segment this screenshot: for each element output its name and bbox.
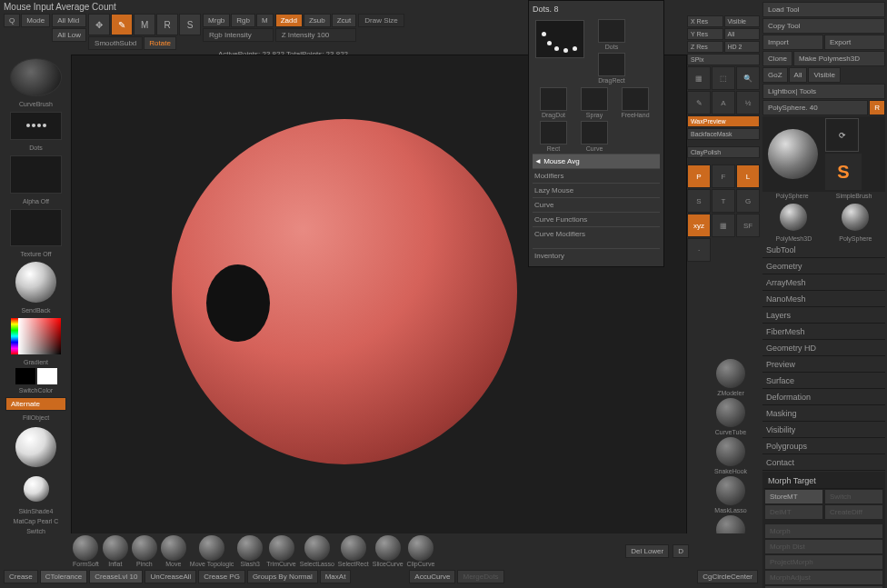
zcut-btn[interactable]: Zcut — [332, 14, 357, 27]
frame-icon[interactable]: ⬚ — [712, 66, 735, 90]
sv-box[interactable] — [18, 318, 61, 354]
move-icon[interactable]: M — [134, 14, 155, 35]
zoom-icon[interactable]: 🔍 — [736, 66, 760, 90]
m-btn[interactable]: M — [256, 14, 274, 27]
sfront-btn[interactable]: SF — [736, 214, 760, 237]
trimcurve-brush[interactable]: TrimCurve — [266, 535, 295, 567]
persp-icon[interactable]: ▦ — [687, 66, 711, 90]
fillobject-label[interactable]: FillObject — [2, 414, 70, 422]
selectrect-brush[interactable]: SelectRect — [338, 535, 369, 567]
stroke-dragrect[interactable]: DragRect — [593, 53, 631, 84]
s-icon[interactable]: S — [825, 154, 862, 190]
snakehook-brush[interactable] — [716, 437, 745, 466]
q-btn[interactable]: Q — [4, 14, 20, 27]
material-ball-big[interactable] — [15, 427, 56, 468]
material-ball-small[interactable] — [24, 476, 49, 502]
ctolerance-btn[interactable]: CTolerance — [40, 570, 87, 583]
texture-thumb[interactable] — [10, 209, 62, 247]
zsub-btn[interactable]: Zsub — [304, 14, 331, 27]
movetopo-brush[interactable]: Move Topologic — [190, 535, 234, 567]
brush-thumb[interactable] — [10, 58, 62, 96]
nanomesh-panel[interactable]: NanoMesh — [762, 292, 885, 307]
all-btn[interactable]: All — [724, 28, 761, 40]
transp-btn[interactable]: T — [712, 189, 735, 213]
texture-ball[interactable] — [15, 262, 56, 303]
stroke-spray[interactable]: Spray — [575, 87, 613, 118]
mrgb-btn[interactable]: Mrgb — [203, 14, 230, 27]
scale-icon[interactable]: S — [179, 14, 201, 35]
move-brush[interactable]: Move — [161, 535, 186, 567]
goz-btn[interactable]: GoZ — [762, 67, 788, 83]
slash3-brush[interactable]: Slash3 — [237, 535, 263, 567]
polysphere-name[interactable]: PolySphere. 40 — [762, 100, 868, 115]
alpha-thumb[interactable] — [10, 155, 62, 194]
morphdist-btn[interactable]: Morph Dist — [764, 539, 883, 554]
clone-btn[interactable]: Clone — [762, 51, 792, 66]
cgcircle-btn[interactable]: CgCircleCenter — [697, 570, 758, 583]
d-btn[interactable]: D — [673, 544, 689, 558]
curvetube-brush[interactable] — [716, 398, 745, 427]
inflat-brush[interactable]: Inflat — [103, 535, 128, 567]
switchcolor-label[interactable]: SwitchColor — [2, 386, 70, 394]
zres-btn[interactable]: Z Res — [687, 41, 723, 53]
rotate-icon[interactable]: R — [156, 14, 178, 35]
stroke-modifiers[interactable]: Modifiers — [533, 168, 660, 183]
projmorph-btn[interactable]: ProjectMorph — [764, 554, 883, 570]
layers-panel[interactable]: Layers — [762, 308, 885, 324]
preview-panel[interactable]: Preview — [762, 357, 885, 373]
lightbox-btn[interactable]: Lightbox| Tools — [762, 84, 885, 99]
slicecurve-brush[interactable]: SliceCurve — [373, 535, 404, 567]
dellower-btn[interactable]: Del Lower — [625, 544, 669, 558]
accucurve-btn[interactable]: AccuCurve — [409, 570, 455, 583]
selectlasso-brush[interactable]: SelectLasso — [300, 535, 334, 567]
mouse-avg-slider[interactable]: ◄ Mouse Avg — [533, 154, 660, 168]
export-btn[interactable]: Export — [824, 35, 885, 50]
maxat-btn[interactable]: MaxAt — [320, 570, 352, 583]
stroke-thumb[interactable] — [10, 112, 62, 141]
stroke-dragdot[interactable]: DragDot — [534, 87, 573, 118]
xres-btn[interactable]: X Res — [687, 15, 723, 27]
color-picker[interactable] — [11, 318, 61, 354]
aahalf-icon[interactable]: ½ — [736, 91, 760, 115]
stroke-lazymouse[interactable]: Lazy Mouse — [533, 183, 660, 197]
hd2-btn[interactable]: HD 2 — [724, 41, 761, 53]
arraymesh-panel[interactable]: ArrayMesh — [762, 275, 885, 291]
stroke-preview[interactable] — [535, 20, 584, 58]
rgb-btn[interactable]: Rgb — [231, 14, 255, 27]
morphtarget-head[interactable]: Morph Target — [764, 473, 883, 489]
fibermesh-panel[interactable]: FiberMesh — [762, 324, 885, 340]
mode-btn[interactable]: Mode — [21, 14, 50, 27]
creaselvl-btn[interactable]: CreaseLvl 10 — [89, 570, 143, 583]
morphadjust-btn[interactable]: MorphAdjust — [764, 570, 883, 585]
spix-btn[interactable]: SPix — [687, 54, 760, 65]
all-low-btn[interactable]: All Low — [52, 28, 86, 42]
mergedots-btn[interactable]: MergeDots — [457, 570, 503, 583]
morph-btn[interactable]: Morph — [764, 523, 883, 539]
delmt-btn[interactable]: DelMT — [764, 504, 823, 520]
draw-mode-icon[interactable]: ✎ — [111, 14, 133, 35]
claypolish-btn[interactable]: ClayPolish — [687, 146, 760, 158]
creasepg-btn[interactable]: Crease PG — [198, 570, 245, 583]
masking-panel[interactable]: Masking — [762, 406, 885, 422]
loadtool-btn[interactable]: Load Tool — [762, 2, 885, 17]
z-intensity[interactable]: Z Intensity 100 — [275, 28, 357, 42]
all-mid-btn[interactable]: All Mid — [52, 14, 86, 27]
stroke-rect[interactable]: Rect — [534, 121, 573, 152]
surface-panel[interactable]: Surface — [762, 374, 885, 389]
clipcurve2-brush[interactable]: ClipCurve — [407, 535, 435, 567]
persp-btn[interactable]: P — [687, 164, 711, 188]
floor-btn[interactable]: F — [712, 164, 735, 188]
scroll-icon[interactable]: ⟳ — [825, 118, 859, 152]
geohd-panel[interactable]: Geometry HD — [762, 341, 885, 356]
draw-size[interactable]: Draw Size — [358, 14, 404, 27]
geometry-panel[interactable]: Geometry — [762, 259, 885, 274]
yres-btn[interactable]: Y Res — [687, 28, 723, 40]
stroke-curve-sec[interactable]: Curve — [533, 197, 660, 212]
storemt-btn[interactable]: StoreMT — [764, 489, 823, 504]
stroke-freehand[interactable]: FreeHand — [616, 87, 654, 118]
zadd-btn[interactable]: Zadd — [275, 14, 303, 27]
uncrease-btn[interactable]: UnCreaseAll — [145, 570, 196, 583]
deformation-panel[interactable]: Deformation — [762, 390, 885, 405]
ghost-btn[interactable]: G — [736, 189, 760, 213]
rgb-intensity[interactable]: Rgb Intensity — [203, 28, 274, 42]
